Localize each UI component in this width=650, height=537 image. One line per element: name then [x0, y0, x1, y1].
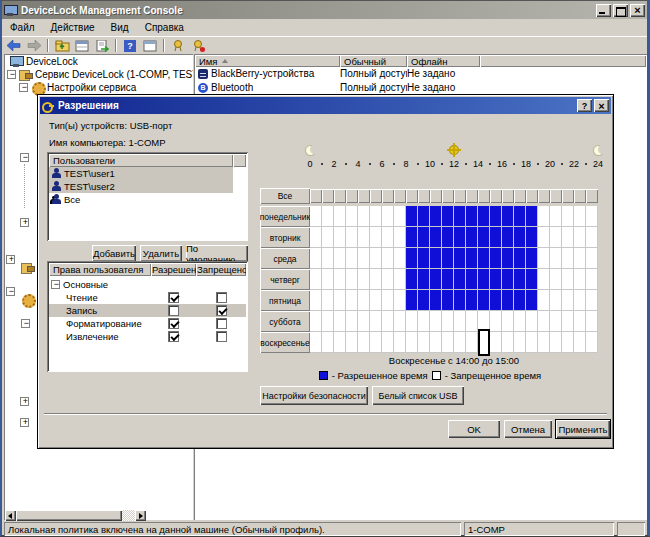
schedule-cell[interactable] [382, 332, 394, 353]
day-label-button[interactable]: воскресенье [260, 332, 310, 353]
day-label-button[interactable]: четверг [260, 269, 310, 290]
schedule-cell[interactable] [514, 332, 526, 353]
schedule-cell[interactable] [394, 248, 406, 269]
tree-horizontal-scrollbar[interactable] [5, 510, 146, 521]
schedule-cell[interactable] [538, 269, 550, 290]
schedule-cell[interactable] [382, 227, 394, 248]
schedule-cell[interactable] [370, 248, 382, 269]
schedule-cell[interactable] [310, 269, 322, 290]
up-folder-icon[interactable] [53, 38, 71, 53]
schedule-cell[interactable] [466, 206, 478, 227]
schedule-cell[interactable] [490, 227, 502, 248]
rights-row-format[interactable]: Форматирование [49, 317, 246, 330]
schedule-cell[interactable] [406, 332, 418, 353]
column-select-cell[interactable] [430, 189, 442, 203]
schedule-cell[interactable] [502, 332, 514, 353]
schedule-cell[interactable] [346, 332, 358, 353]
schedule-cell[interactable] [454, 269, 466, 290]
security-settings-button[interactable]: Настройки безопасности [260, 386, 368, 405]
collapse-icon[interactable] [7, 70, 16, 79]
schedule-cell[interactable] [358, 290, 370, 311]
column-select-cell[interactable] [550, 189, 562, 203]
device-row[interactable]: Bluetooth Полный доступ Не задано [195, 81, 480, 94]
schedule-cell[interactable] [322, 290, 334, 311]
schedule-cell[interactable] [586, 248, 598, 269]
tree-expander-icon[interactable] [20, 418, 29, 427]
schedule-cell[interactable] [478, 329, 490, 356]
stamp-alert-icon[interactable] [189, 38, 207, 53]
schedule-cell[interactable] [478, 248, 490, 269]
user-list-item[interactable]: TEST\user2 [49, 180, 233, 193]
schedule-cell[interactable] [454, 248, 466, 269]
schedule-cell[interactable] [310, 206, 322, 227]
tree-item-service[interactable]: Сервис DeviceLock (1-COMP, TEST\Administ… [7, 68, 193, 81]
schedule-cell[interactable] [490, 269, 502, 290]
schedule-cell[interactable] [526, 248, 538, 269]
schedule-cell[interactable] [418, 269, 430, 290]
column-select-cell[interactable] [346, 189, 358, 203]
schedule-cell[interactable] [490, 206, 502, 227]
schedule-cell[interactable] [550, 248, 562, 269]
schedule-cell[interactable] [586, 269, 598, 290]
schedule-cell[interactable] [586, 290, 598, 311]
schedule-cell[interactable] [358, 206, 370, 227]
checkbox-denied[interactable] [216, 318, 227, 329]
schedule-cell[interactable] [346, 206, 358, 227]
forward-icon[interactable] [25, 38, 43, 53]
schedule-cell[interactable] [478, 269, 490, 290]
rights-col-name[interactable]: Права пользователя [49, 263, 151, 276]
schedule-cell[interactable] [322, 311, 334, 332]
rights-col-allowed[interactable]: Разрешено [151, 263, 196, 276]
schedule-cell[interactable] [526, 269, 538, 290]
schedule-cell[interactable] [502, 269, 514, 290]
schedule-cell[interactable] [442, 269, 454, 290]
schedule-cell[interactable] [322, 332, 334, 353]
schedule-cell[interactable] [586, 227, 598, 248]
schedule-cell[interactable] [406, 206, 418, 227]
collapse-icon[interactable] [51, 280, 60, 289]
schedule-cell[interactable] [490, 248, 502, 269]
rights-row-eject[interactable]: Извлечение [49, 330, 246, 343]
column-select-cell[interactable] [586, 189, 598, 203]
schedule-cell[interactable] [358, 248, 370, 269]
schedule-cell[interactable] [334, 206, 346, 227]
schedule-cell[interactable] [466, 269, 478, 290]
schedule-cell[interactable] [562, 248, 574, 269]
schedule-cell[interactable] [310, 290, 322, 311]
schedule-cell[interactable] [478, 290, 490, 311]
tree-expander-icon[interactable] [6, 287, 15, 296]
schedule-cell[interactable] [538, 206, 550, 227]
schedule-cell[interactable] [310, 227, 322, 248]
tree-expander-icon[interactable] [20, 153, 29, 162]
checkbox-allowed[interactable] [168, 305, 179, 316]
schedule-cell[interactable] [514, 206, 526, 227]
add-user-button[interactable]: Добавить [92, 245, 136, 262]
column-select-cell[interactable] [562, 189, 574, 203]
schedule-cell[interactable] [430, 311, 442, 332]
schedule-cell[interactable] [406, 269, 418, 290]
schedule-cell[interactable] [334, 248, 346, 269]
close-button[interactable] [630, 4, 645, 17]
maximize-button[interactable] [613, 4, 628, 17]
column-select-cell[interactable] [514, 189, 526, 203]
schedule-cell[interactable] [490, 311, 502, 332]
minimize-button[interactable] [596, 4, 611, 17]
column-select-cell[interactable] [442, 189, 454, 203]
schedule-cell[interactable] [562, 290, 574, 311]
schedule-cell[interactable] [310, 311, 322, 332]
schedule-cell[interactable] [394, 269, 406, 290]
schedule-cell[interactable] [430, 290, 442, 311]
schedule-cell[interactable] [550, 206, 562, 227]
schedule-cell[interactable] [430, 206, 442, 227]
schedule-cell[interactable] [574, 227, 586, 248]
rights-row-write[interactable]: Запись [49, 304, 246, 317]
device-row[interactable]: BlackBerry-устройства Полный доступ Не з… [195, 67, 480, 80]
schedule-cell[interactable] [538, 227, 550, 248]
schedule-cell[interactable] [442, 227, 454, 248]
schedule-cell[interactable] [358, 269, 370, 290]
schedule-cell[interactable] [430, 248, 442, 269]
column-select-cell[interactable] [370, 189, 382, 203]
column-header-normal[interactable]: Обычный [340, 55, 407, 67]
schedule-cell[interactable] [526, 332, 538, 353]
schedule-cell[interactable] [514, 248, 526, 269]
